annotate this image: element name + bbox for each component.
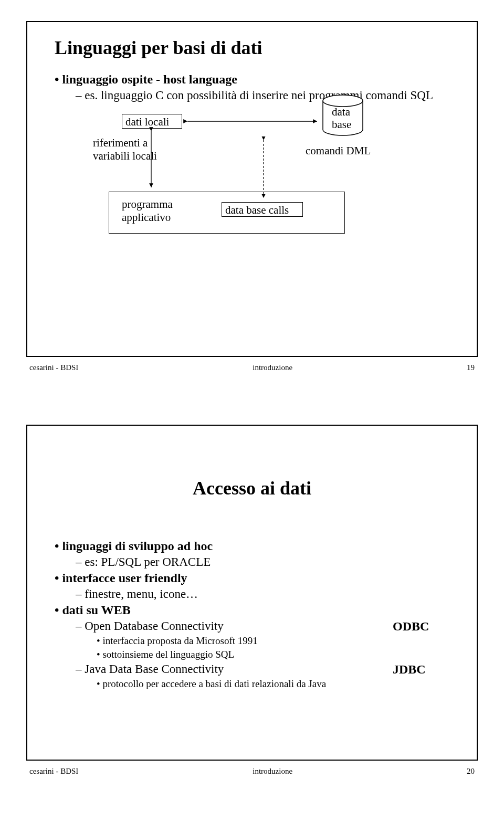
slide-1-sub-1: es. linguaggio C con possibilità di inse…: [76, 89, 456, 102]
label-riferimenti: riferimenti a variabili locali: [93, 136, 157, 163]
label-data: data: [332, 106, 350, 119]
slide-1-diagram: dati locali riferimenti a variabili loca…: [69, 108, 458, 270]
svg-point-0: [323, 95, 363, 107]
ss-sql: sottoinsieme del linguaggio SQL: [97, 649, 456, 660]
footer-2-right: 20: [467, 767, 475, 776]
label-base: base: [332, 118, 351, 131]
label-programma: programma applicativo: [122, 198, 173, 224]
label-base-text: base: [332, 118, 351, 131]
bullet-lang: linguaggi di sviluppo ad hoc: [55, 539, 456, 553]
box-dbcalls: data base calls: [222, 202, 303, 217]
footer-1-right: 19: [467, 363, 475, 372]
label-data-text: data: [332, 106, 350, 118]
label-programma-line2: applicativo: [122, 211, 173, 224]
diagram-arrows: [69, 108, 458, 270]
abbr-odbc: ODBC: [393, 619, 456, 634]
slide-1-title: Linguaggi per basi di dati: [55, 37, 456, 59]
bullet-web: dati su WEB: [55, 603, 456, 617]
footer-1-center: introduzione: [253, 363, 292, 372]
sub-jdbc: Java Data Base Connectivity: [76, 662, 393, 676]
sub-plsql: es: PL/SQL per ORACLE: [76, 555, 456, 569]
label-programma-line1: programma: [122, 198, 173, 211]
page: Linguaggi per basi di dati linguaggio os…: [0, 21, 504, 776]
slide-2-footer: cesarini - BDSI introduzione 20: [26, 765, 478, 776]
sub-finestre: finestre, menu, icone…: [76, 587, 456, 601]
label-dbcalls: data base calls: [225, 204, 289, 216]
ss-ms: interfaccia proposta da Microsoft 1991: [97, 635, 456, 647]
label-comandi-dml: comandi DML: [306, 144, 371, 157]
slide-2-title: Accesso ai dati: [48, 477, 456, 499]
label-riferimenti-line1: riferimenti a: [93, 136, 157, 150]
footer-2-left: cesarini - BDSI: [29, 767, 78, 776]
bullet-int: interfacce user friendly: [55, 571, 456, 585]
footer-2-center: introduzione: [253, 767, 292, 776]
sub-odbc: Open Database Connectivity: [76, 619, 393, 633]
ss-java: protocollo per accedere a basi di dati r…: [97, 678, 456, 690]
label-riferimenti-line2: variabili locali: [93, 150, 157, 163]
label-dati-locali: dati locali: [125, 115, 169, 128]
abbr-jdbc: JDBC: [393, 662, 456, 677]
slide-2: Accesso ai dati linguaggi di sviluppo ad…: [26, 425, 478, 761]
slide-1: Linguaggi per basi di dati linguaggio os…: [26, 21, 478, 357]
slide-1-bullet-1: linguaggio ospite - host language: [55, 72, 456, 87]
box-dati-locali: dati locali: [122, 114, 182, 129]
slide-1-footer: cesarini - BDSI introduzione 19: [26, 361, 478, 372]
footer-1-left: cesarini - BDSI: [29, 363, 78, 372]
